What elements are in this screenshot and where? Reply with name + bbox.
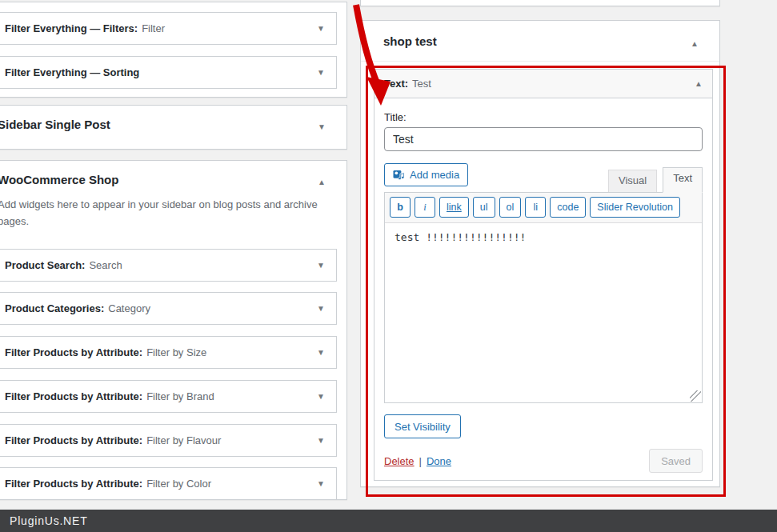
widget-title: Filter Everything — Sorting: [5, 66, 139, 78]
tab-text[interactable]: Text: [663, 167, 703, 193]
widget-title: Text:: [384, 78, 408, 90]
textarea-resize-handle[interactable]: [690, 390, 701, 402]
tab-visual[interactable]: Visual: [608, 170, 657, 193]
quicktag-italic-button[interactable]: i: [415, 197, 435, 218]
previous-sidebar-box-partial: [360, 0, 720, 6]
widget-title: Filter Products by Attribute:: [5, 390, 142, 402]
quicktag-ul-button[interactable]: ul: [473, 197, 495, 218]
widget-title: Product Search:: [5, 259, 85, 271]
widget-row-filter-everything-filters[interactable]: Filter Everything — Filters: Filter ▼: [0, 12, 337, 45]
chevron-up-icon[interactable]: ▲: [691, 40, 699, 48]
widget-subtitle: Filter by Flavour: [146, 434, 221, 446]
done-link[interactable]: Done: [427, 455, 451, 467]
widget-subtitle: Filter by Size: [146, 346, 206, 358]
editor-mode-tabs: Visual Text: [608, 167, 703, 193]
media-icon: [393, 170, 405, 181]
available-widgets-group: Filter Everything — Filters: Filter ▼ Fi…: [0, 2, 347, 98]
widget-title: Filter Products by Attribute:: [5, 346, 142, 358]
widget-subtitle: Filter: [142, 22, 165, 34]
widget-subtitle: Search: [89, 259, 122, 271]
widget-subtitle: Test: [412, 78, 431, 90]
quicktags-toolbar: b i link ul ol li code Slider Revolution: [385, 193, 702, 223]
quicktag-slider-revolution-button[interactable]: Slider Revolution: [590, 197, 680, 218]
chevron-up-icon[interactable]: ▲: [318, 178, 326, 186]
shop-test-header[interactable]: shop test ▲: [361, 21, 719, 62]
widget-title: Product Categories:: [5, 302, 104, 314]
text-editor: b i link ul ol li code Slider Revolution…: [384, 192, 703, 403]
chevron-down-icon[interactable]: ▼: [317, 480, 325, 488]
widget-row-filter-size[interactable]: Filter Products by Attribute: Filter by …: [0, 336, 337, 369]
text-widget: Text: Test ▲ Title: Add media: [374, 69, 713, 481]
widget-row-filter-flavour[interactable]: Filter Products by Attribute: Filter by …: [0, 424, 337, 457]
action-separator: |: [419, 455, 422, 467]
sidebar-description: Add widgets here to appear in your sideb…: [0, 186, 334, 230]
watermark-label: PluginUs.NET: [10, 514, 88, 527]
widget-title: Filter Everything — Filters:: [5, 22, 138, 34]
title-field-label: Title:: [384, 106, 703, 127]
watermark-bar: PluginUs.NET: [0, 510, 777, 532]
chevron-down-icon[interactable]: ▼: [317, 349, 325, 357]
quicktag-bold-button[interactable]: b: [390, 197, 411, 218]
widget-row-product-categories[interactable]: Product Categories: Category ▼: [0, 292, 337, 325]
widget-row-product-search[interactable]: Product Search: Search ▼: [0, 249, 337, 282]
widget-row-filter-brand[interactable]: Filter Products by Attribute: Filter by …: [0, 380, 337, 413]
quicktag-code-button[interactable]: code: [550, 197, 586, 218]
chevron-down-icon[interactable]: ▼: [318, 123, 326, 131]
shop-test-sidebar-box: shop test ▲ Text: Test ▲ Title:: [360, 20, 720, 487]
widget-row-filter-everything-sorting[interactable]: Filter Everything — Sorting ▼: [0, 56, 337, 89]
widget-row-filter-color[interactable]: Filter Products by Attribute: Filter by …: [0, 467, 337, 500]
quicktag-link-button[interactable]: link: [439, 197, 469, 218]
add-media-label: Add media: [410, 169, 459, 181]
widget-title: Filter Products by Attribute:: [5, 434, 142, 446]
chevron-down-icon[interactable]: ▼: [317, 393, 325, 401]
delete-link[interactable]: Delete: [384, 455, 415, 467]
text-widget-header[interactable]: Text: Test ▲: [374, 70, 712, 98]
add-media-button[interactable]: Add media: [384, 163, 468, 186]
widget-subtitle: Filter by Color: [146, 478, 211, 490]
chevron-down-icon[interactable]: ▼: [317, 437, 325, 445]
widget-subtitle: Filter by Brand: [146, 390, 214, 402]
chevron-down-icon[interactable]: ▼: [317, 305, 325, 313]
widget-title: Filter Products by Attribute:: [5, 478, 142, 490]
chevron-down-icon[interactable]: ▼: [317, 25, 325, 33]
set-visibility-button[interactable]: Set Visibility: [384, 414, 461, 438]
sidebar-title: WooCommerce Shop: [0, 173, 118, 186]
woocommerce-shop-box: WooCommerce Shop ▲ Add widgets here to a…: [0, 160, 347, 500]
chevron-up-icon[interactable]: ▲: [695, 80, 703, 88]
sidebar-single-post-box[interactable]: Sidebar Single Post ▼: [0, 105, 347, 150]
chevron-down-icon[interactable]: ▼: [317, 69, 325, 77]
title-input[interactable]: [384, 127, 703, 151]
widget-subtitle: Category: [108, 302, 150, 314]
sidebar-title: shop test: [383, 34, 437, 48]
chevron-down-icon[interactable]: ▼: [317, 262, 325, 270]
quicktag-li-button[interactable]: li: [525, 197, 546, 218]
quicktag-ol-button[interactable]: ol: [499, 197, 522, 218]
saved-button[interactable]: Saved: [649, 449, 703, 473]
sidebar-title: Sidebar Single Post: [0, 118, 110, 131]
widget-content-textarea[interactable]: test !!!!!!!!!!!!!!!!: [385, 223, 702, 402]
